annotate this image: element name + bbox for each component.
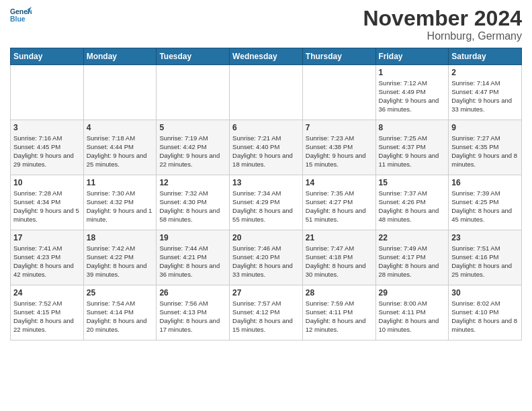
day-number: 20 [232,232,300,243]
day-info: Sunrise: 7:56 AM Sunset: 4:13 PM Dayligh… [159,300,226,334]
col-sunday: Sunday [11,48,84,65]
calendar-cell: 29Sunrise: 8:00 AM Sunset: 4:11 PM Dayli… [375,285,449,340]
calendar-cell: 12Sunrise: 7:32 AM Sunset: 4:30 PM Dayli… [157,175,230,230]
day-info: Sunrise: 7:12 AM Sunset: 4:49 PM Dayligh… [379,79,446,113]
calendar-cell: 22Sunrise: 7:49 AM Sunset: 4:17 PM Dayli… [375,230,449,285]
day-number: 2 [451,67,519,78]
day-number: 1 [379,67,446,78]
calendar-cell: 25Sunrise: 7:54 AM Sunset: 4:14 PM Dayli… [83,285,157,340]
calendar-cell: 23Sunrise: 7:51 AM Sunset: 4:16 PM Dayli… [449,230,522,285]
day-number: 30 [451,287,519,298]
day-number: 8 [379,122,446,133]
calendar-cell: 13Sunrise: 7:34 AM Sunset: 4:29 PM Dayli… [230,175,303,230]
calendar-cell: 5Sunrise: 7:19 AM Sunset: 4:42 PM Daylig… [157,120,230,175]
day-info: Sunrise: 7:19 AM Sunset: 4:42 PM Dayligh… [159,134,226,169]
day-info: Sunrise: 7:46 AM Sunset: 4:20 PM Dayligh… [232,244,300,279]
calendar-week-1: 1Sunrise: 7:12 AM Sunset: 4:49 PM Daylig… [11,65,522,120]
day-info: Sunrise: 7:59 AM Sunset: 4:11 PM Dayligh… [306,300,373,334]
calendar-cell: 20Sunrise: 7:46 AM Sunset: 4:20 PM Dayli… [230,230,303,285]
day-number: 15 [379,177,446,188]
day-info: Sunrise: 7:39 AM Sunset: 4:25 PM Dayligh… [451,189,519,224]
day-info: Sunrise: 7:47 AM Sunset: 4:18 PM Dayligh… [306,244,373,279]
day-info: Sunrise: 7:35 AM Sunset: 4:27 PM Dayligh… [306,189,373,224]
day-info: Sunrise: 7:49 AM Sunset: 4:17 PM Dayligh… [379,244,446,279]
day-info: Sunrise: 7:52 AM Sunset: 4:15 PM Dayligh… [13,300,81,334]
day-number: 6 [232,122,300,133]
calendar-cell: 14Sunrise: 7:35 AM Sunset: 4:27 PM Dayli… [302,175,375,230]
day-number: 5 [159,122,226,133]
day-number: 13 [232,177,300,188]
svg-text:Blue: Blue [10,15,26,23]
day-number: 27 [232,287,300,298]
calendar-week-2: 3Sunrise: 7:16 AM Sunset: 4:45 PM Daylig… [11,120,522,175]
day-info: Sunrise: 7:14 AM Sunset: 4:47 PM Dayligh… [451,79,519,113]
calendar-cell: 17Sunrise: 7:41 AM Sunset: 4:23 PM Dayli… [11,230,84,285]
calendar-title: November 2024 [363,7,522,30]
calendar-week-4: 17Sunrise: 7:41 AM Sunset: 4:23 PM Dayli… [11,230,522,285]
day-info: Sunrise: 7:18 AM Sunset: 4:44 PM Dayligh… [87,134,154,169]
calendar-cell [302,65,375,120]
calendar-cell: 6Sunrise: 7:21 AM Sunset: 4:40 PM Daylig… [230,120,303,175]
col-wednesday: Wednesday [230,48,303,65]
day-info: Sunrise: 8:02 AM Sunset: 4:10 PM Dayligh… [451,300,519,334]
title-block: November 2024 Hornburg, Germany [363,7,522,42]
day-number: 21 [306,232,373,243]
day-number: 3 [13,122,81,133]
calendar-table: Sunday Monday Tuesday Wednesday Thursday… [10,48,522,340]
day-number: 17 [13,232,81,243]
calendar-cell: 3Sunrise: 7:16 AM Sunset: 4:45 PM Daylig… [11,120,84,175]
calendar-cell [11,65,84,120]
day-number: 11 [87,177,154,188]
logo-icon: General Blue [10,7,32,26]
day-info: Sunrise: 7:23 AM Sunset: 4:38 PM Dayligh… [306,134,373,169]
day-number: 19 [159,232,226,243]
calendar-cell: 11Sunrise: 7:30 AM Sunset: 4:32 PM Dayli… [83,175,157,230]
day-number: 18 [87,232,154,243]
day-info: Sunrise: 7:44 AM Sunset: 4:21 PM Dayligh… [159,244,226,279]
day-number: 29 [379,287,446,298]
col-saturday: Saturday [449,48,522,65]
day-number: 28 [306,287,373,298]
calendar-cell: 21Sunrise: 7:47 AM Sunset: 4:18 PM Dayli… [302,230,375,285]
day-number: 16 [451,177,519,188]
day-number: 7 [306,122,373,133]
calendar-cell: 7Sunrise: 7:23 AM Sunset: 4:38 PM Daylig… [302,120,375,175]
calendar-cell: 15Sunrise: 7:37 AM Sunset: 4:26 PM Dayli… [375,175,449,230]
day-number: 23 [451,232,519,243]
calendar-cell: 18Sunrise: 7:42 AM Sunset: 4:22 PM Dayli… [83,230,157,285]
col-friday: Friday [375,48,449,65]
day-number: 26 [159,287,226,298]
calendar-cell [157,65,230,120]
day-info: Sunrise: 7:30 AM Sunset: 4:32 PM Dayligh… [87,189,154,224]
calendar-cell: 4Sunrise: 7:18 AM Sunset: 4:44 PM Daylig… [83,120,157,175]
day-info: Sunrise: 7:51 AM Sunset: 4:16 PM Dayligh… [451,244,519,279]
logo: General Blue [10,7,32,26]
day-number: 12 [159,177,226,188]
day-number: 24 [13,287,81,298]
day-number: 10 [13,177,81,188]
day-info: Sunrise: 7:41 AM Sunset: 4:23 PM Dayligh… [13,244,81,279]
day-number: 25 [87,287,154,298]
col-monday: Monday [83,48,157,65]
calendar-week-3: 10Sunrise: 7:28 AM Sunset: 4:34 PM Dayli… [11,175,522,230]
day-info: Sunrise: 7:32 AM Sunset: 4:30 PM Dayligh… [159,189,226,224]
calendar-cell: 28Sunrise: 7:59 AM Sunset: 4:11 PM Dayli… [302,285,375,340]
day-info: Sunrise: 7:21 AM Sunset: 4:40 PM Dayligh… [232,134,300,169]
calendar-cell [83,65,157,120]
calendar-cell: 8Sunrise: 7:25 AM Sunset: 4:37 PM Daylig… [375,120,449,175]
calendar-cell: 19Sunrise: 7:44 AM Sunset: 4:21 PM Dayli… [157,230,230,285]
calendar-cell: 16Sunrise: 7:39 AM Sunset: 4:25 PM Dayli… [449,175,522,230]
header: General Blue November 2024 Hornburg, Ger… [10,7,522,42]
day-info: Sunrise: 7:42 AM Sunset: 4:22 PM Dayligh… [87,244,154,279]
calendar-cell: 9Sunrise: 7:27 AM Sunset: 4:35 PM Daylig… [449,120,522,175]
day-number: 22 [379,232,446,243]
day-info: Sunrise: 7:54 AM Sunset: 4:14 PM Dayligh… [87,300,154,334]
calendar-header-row: Sunday Monday Tuesday Wednesday Thursday… [11,48,522,65]
day-info: Sunrise: 7:37 AM Sunset: 4:26 PM Dayligh… [379,189,446,224]
day-info: Sunrise: 7:28 AM Sunset: 4:34 PM Dayligh… [13,189,81,224]
calendar-cell: 1Sunrise: 7:12 AM Sunset: 4:49 PM Daylig… [375,65,449,120]
calendar-cell: 10Sunrise: 7:28 AM Sunset: 4:34 PM Dayli… [11,175,84,230]
calendar-cell: 2Sunrise: 7:14 AM Sunset: 4:47 PM Daylig… [449,65,522,120]
col-thursday: Thursday [302,48,375,65]
col-tuesday: Tuesday [157,48,230,65]
